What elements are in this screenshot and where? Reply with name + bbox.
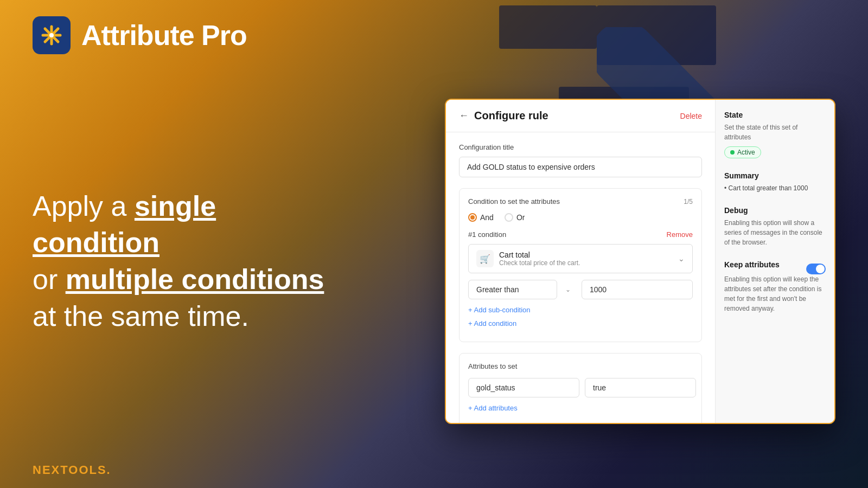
active-label: Active — [737, 149, 755, 156]
active-badge[interactable]: Active — [724, 146, 761, 158]
select-chevron-icon: ⌄ — [565, 286, 571, 293]
sidebar-state-section: State Set the state of this set of attri… — [724, 111, 826, 158]
sidebar-keep-attrs-title: Keep attributes — [724, 260, 780, 269]
headline: Apply a single condition or multiple con… — [33, 188, 347, 335]
headline-line3: at the same time. — [33, 298, 347, 335]
cart-total-selector[interactable]: 🛒 Cart total Check total price of the ca… — [468, 244, 693, 273]
condition-section-title: Condition to set the attributes — [468, 197, 560, 206]
chevron-down-icon: ⌄ — [678, 254, 685, 263]
nextools-brand: NEXTOOLS. — [33, 463, 111, 477]
header: Attribute Pro — [0, 0, 868, 70]
condition-select-wrapper: Greater than Less than Equal to Greater … — [468, 280, 576, 299]
config-title-input[interactable] — [459, 157, 702, 177]
footer: NEXTOOLS. — [0, 452, 868, 488]
add-condition-link[interactable]: + Add condition — [468, 319, 693, 328]
delete-button[interactable]: Delete — [680, 112, 702, 120]
condition-section-header: Condition to set the attributes 1/5 — [468, 197, 693, 206]
attributes-section: Attributes to set + Add attributes — [459, 353, 702, 423]
svg-point-4 — [49, 33, 54, 37]
radio-or-label: Or — [516, 213, 525, 222]
modal-body: Configuration title Condition to set the… — [446, 132, 715, 423]
attributes-title: Attributes to set — [468, 362, 693, 370]
modal-sidebar: State Set the state of this set of attri… — [715, 100, 834, 423]
cart-total-title: Cart total — [499, 251, 580, 259]
attr-row — [468, 378, 693, 397]
modal-header-left: ← Configure rule — [459, 110, 548, 122]
condition-row: Greater than Less than Equal to Greater … — [468, 280, 693, 299]
attr-key-input[interactable] — [468, 378, 579, 397]
attr-value-input[interactable] — [585, 378, 696, 397]
condition-operator-select[interactable]: Greater than Less than Equal to Greater … — [468, 280, 557, 299]
remove-link[interactable]: Remove — [667, 230, 693, 239]
sidebar-summary-title: Summary — [724, 171, 826, 180]
sidebar-keep-attrs-section: Keep attributes Enabling this option wil… — [724, 260, 826, 313]
sidebar-debug-title: Debug — [724, 206, 826, 215]
sidebar-summary-section: Summary • Cart total greater than 1000 — [724, 171, 826, 193]
radio-or-circle — [505, 213, 513, 222]
radio-and-circle — [468, 213, 477, 222]
toggle-knob — [816, 265, 825, 273]
logo-icon — [33, 16, 71, 54]
sidebar-state-desc: Set the state of this set of attributes — [724, 123, 826, 142]
cart-total-sub: Check total price of the cart. — [499, 259, 580, 267]
logo-text: Attribute Pro — [81, 19, 247, 52]
radio-or[interactable]: Or — [505, 213, 525, 222]
condition-value-input[interactable] — [582, 280, 693, 299]
radio-group: And Or — [468, 213, 693, 222]
summary-item: • Cart total greater than 1000 — [724, 183, 826, 193]
logo-svg — [40, 23, 63, 47]
radio-and[interactable]: And — [468, 213, 494, 222]
condition-count: 1/5 — [684, 198, 693, 206]
configure-rule-modal: ← Configure rule Delete Configuration ti… — [445, 99, 835, 424]
condition-section: Condition to set the attributes 1/5 And — [459, 188, 702, 342]
keep-attrs-toggle[interactable] — [806, 264, 826, 274]
config-title-label: Configuration title — [459, 143, 702, 151]
main-body: Apply a single condition or multiple con… — [0, 70, 868, 452]
headline-line2: or multiple conditions — [33, 261, 347, 298]
right-panel: ← Configure rule Delete Configuration ti… — [391, 99, 835, 424]
modal-main-panel: ← Configure rule Delete Configuration ti… — [446, 100, 715, 423]
cart-info: Cart total Check total price of the cart… — [499, 251, 580, 267]
active-dot — [730, 150, 735, 155]
modal-header: ← Configure rule Delete — [446, 100, 715, 132]
radio-and-label: And — [480, 213, 494, 222]
sidebar-state-title: State — [724, 111, 826, 119]
nextools-logo: NEXTOOLS. — [33, 463, 835, 477]
sidebar-keep-attrs-desc: Enabling this option will keep the attri… — [724, 274, 826, 313]
condition-num-label: #1 condition — [468, 230, 506, 239]
add-attributes-link[interactable]: + Add attributes — [468, 404, 693, 412]
hero-text: Apply a single condition or multiple con… — [33, 188, 347, 335]
sidebar-debug-desc: Enabling this option will show a series … — [724, 218, 826, 247]
condition-num-header: #1 condition Remove — [468, 230, 693, 239]
page-content: Attribute Pro Apply a single condition o… — [0, 0, 868, 488]
back-button[interactable]: ← — [459, 110, 469, 121]
cart-icon: 🛒 — [476, 250, 494, 267]
sidebar-debug-section: Debug Enabling this option will show a s… — [724, 206, 826, 247]
headline-line1: Apply a single condition — [33, 188, 347, 261]
modal-title: Configure rule — [474, 110, 548, 122]
add-sub-condition-link[interactable]: + Add sub-condition — [468, 306, 693, 314]
cart-total-left: 🛒 Cart total Check total price of the ca… — [476, 250, 580, 267]
